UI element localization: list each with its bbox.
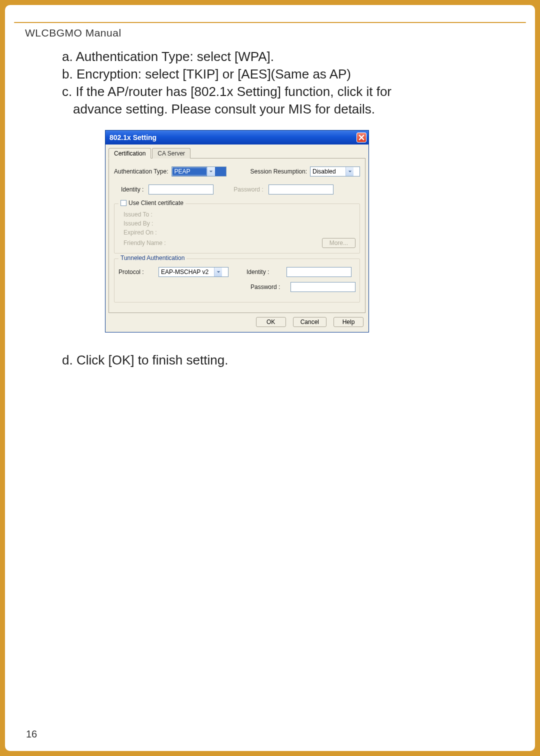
session-resumption-label: Session Resumption: [250, 168, 307, 175]
help-button[interactable]: Help [334, 317, 364, 327]
manual-page: WLCBGMO Manual a. Authentication Type: s… [4, 4, 536, 752]
fieldset-tunneled-auth: Tunneled Authentication Protocol : EAP-M… [114, 258, 360, 302]
protocol-combo[interactable]: EAP-MSCHAP v2 [158, 267, 228, 277]
tunneled-identity-label: Identity : [246, 268, 282, 276]
protocol-label: Protocol : [118, 268, 154, 276]
ok-button[interactable]: OK [256, 317, 286, 327]
row-auth-session: Authentication Type: PEAP Session Resump… [114, 166, 360, 176]
manual-title: WLCBGMO Manual [25, 27, 122, 39]
tunneled-password-input[interactable] [290, 282, 356, 292]
instruction-d: d. Click [OK] to finish setting. [62, 352, 228, 368]
client-cert-legend: Use Client certificate [118, 200, 186, 206]
row-tunneled-password: Password : [118, 282, 356, 292]
cancel-button[interactable]: Cancel [293, 317, 326, 327]
auth-type-combo[interactable]: PEAP [172, 166, 226, 176]
issued-by-label: Issued By : [124, 220, 356, 227]
session-resumption-value: Disabled [310, 168, 346, 175]
password-label: Password : [234, 186, 263, 193]
session-resumption-combo[interactable]: Disabled [310, 166, 360, 176]
row-identity-password: Identity : Password : [114, 184, 360, 194]
instruction-b: b. Encryption: select [TKIP] or [AES](Sa… [62, 66, 505, 83]
friendly-name-label: Friendly Name : [124, 240, 322, 246]
instruction-c-line1: c. If the AP/router has [802.1x Setting]… [62, 83, 505, 100]
tunneled-password-label: Password : [250, 284, 286, 290]
dialog-title: 802.1x Setting [110, 134, 156, 142]
dialog-footer-buttons: OK Cancel Help [108, 313, 366, 328]
identity-label: Identity : [121, 186, 144, 193]
chevron-down-icon [214, 268, 222, 276]
issued-to-label: Issued To : [124, 211, 356, 218]
close-icon [358, 134, 364, 140]
auth-type-value: PEAP [172, 168, 207, 176]
expired-on-label: Expired On : [124, 229, 356, 236]
auth-type-label: Authentication Type: [114, 168, 168, 175]
password-input[interactable] [268, 184, 334, 194]
chevron-down-icon [346, 167, 354, 176]
tunneled-identity-input[interactable] [286, 267, 352, 277]
page-number: 16 [26, 728, 37, 740]
fieldset-client-cert: Use Client certificate Issued To : Issue… [114, 204, 360, 254]
instruction-a: a. Authentication Type: select [WPA]. [62, 48, 505, 66]
use-client-cert-checkbox[interactable] [120, 200, 126, 206]
client-cert-rows: Issued To : Issued By : Expired On : Fri… [118, 208, 356, 248]
tunneled-auth-legend: Tunneled Authentication [118, 254, 186, 262]
dialog-body: Certification CA Server Authentication T… [106, 144, 368, 332]
use-client-cert-label: Use Client certificate [128, 200, 184, 206]
tab-ca-server[interactable]: CA Server [152, 148, 190, 158]
instruction-block: a. Authentication Type: select [WPA]. b.… [62, 48, 505, 118]
row-protocol: Protocol : EAP-MSCHAP v2 Identity : [118, 267, 356, 277]
dialog-8021x-setting: 802.1x Setting Certification CA Server A… [105, 130, 369, 332]
tab-strip: Certification CA Server [108, 148, 366, 158]
tab-certification[interactable]: Certification [108, 148, 151, 158]
instruction-c-line2: advance setting. Please consult your MIS… [62, 100, 505, 118]
more-button[interactable]: More... [322, 238, 356, 248]
tab-panel-certification: Authentication Type: PEAP Session Resump… [108, 158, 366, 313]
header-rule [14, 22, 526, 23]
identity-input[interactable] [148, 184, 214, 194]
close-button[interactable] [356, 132, 366, 142]
protocol-value: EAP-MSCHAP v2 [159, 268, 214, 276]
titlebar[interactable]: 802.1x Setting [106, 130, 368, 144]
chevron-down-icon [207, 167, 215, 176]
